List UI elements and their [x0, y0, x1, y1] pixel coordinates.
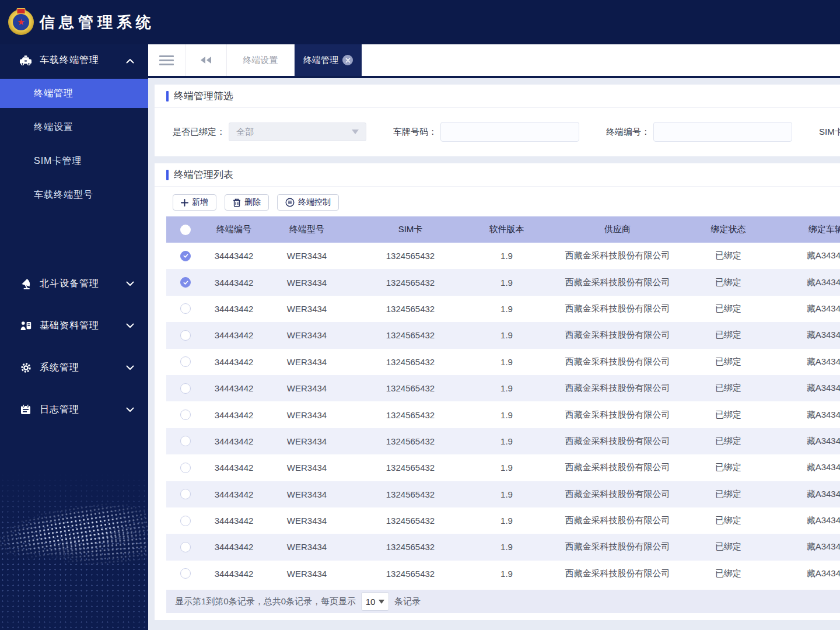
- table-cell: 西藏金采科技股份有限公司: [543, 454, 692, 481]
- table-cell: 34443442: [205, 454, 263, 481]
- tab-terminal-management[interactable]: 终端管理: [295, 44, 362, 76]
- table-cell: 西藏金采科技股份有限公司: [543, 401, 692, 428]
- sidebar-group-system-management[interactable]: 系统管理: [0, 346, 148, 388]
- list-panel-header: 终端管理列表: [155, 163, 840, 187]
- sidebar-group-label: 北斗设备管理: [40, 278, 118, 290]
- sidebar-item-label: 车载终端型号: [34, 189, 93, 201]
- table-row: 34443442WER343413245654321.9西藏金采科技股份有限公司…: [166, 454, 840, 481]
- table-cell: 1324565432: [351, 481, 470, 508]
- table-cell: 1.9: [470, 243, 543, 269]
- row-checkbox[interactable]: [180, 489, 191, 499]
- filter-group-terminal-number: 终端编号：: [606, 122, 792, 142]
- sidebar-group-beidou-devices[interactable]: 北斗设备管理: [0, 262, 148, 304]
- table-cell: WER3434: [263, 375, 351, 401]
- add-button[interactable]: 新增: [173, 194, 216, 211]
- table-cell: 1.9: [470, 561, 543, 587]
- row-checkbox[interactable]: [180, 303, 191, 314]
- terminal-control-button[interactable]: 终端控制: [277, 194, 339, 211]
- row-checkbox[interactable]: [180, 410, 191, 420]
- table-cell: 藏A34343: [765, 428, 840, 454]
- row-checkbox[interactable]: [180, 356, 191, 367]
- table-cell: 藏A34343: [765, 508, 840, 534]
- table-cell: 1.9: [470, 481, 543, 508]
- table-cell: 1324565432: [351, 322, 470, 348]
- filter-label: 终端编号：: [606, 127, 650, 138]
- rewind-icon: [200, 56, 212, 64]
- chevron-up-icon: [126, 55, 134, 66]
- table-cell: 1324565432: [351, 269, 470, 295]
- close-tab-button[interactable]: [342, 55, 353, 65]
- table-cell: WER3434: [263, 454, 351, 481]
- table-cell: WER3434: [263, 243, 351, 269]
- sidebar-item-terminal-management[interactable]: 终端管理: [0, 79, 148, 108]
- table-row: 34443442WER343413245654321.9西藏金采科技股份有限公司…: [166, 243, 840, 269]
- table-row: 34443442WER343413245654321.9西藏金采科技股份有限公司…: [166, 296, 840, 322]
- caret-down-icon: [352, 130, 359, 134]
- row-checkbox[interactable]: [180, 330, 191, 341]
- row-checkbox[interactable]: [180, 436, 191, 446]
- table-row: 34443442WER343413245654321.9西藏金采科技股份有限公司…: [166, 375, 840, 401]
- row-checkbox-checked[interactable]: [180, 277, 191, 288]
- plate-number-input[interactable]: [440, 122, 579, 142]
- table-cell: WER3434: [263, 534, 351, 560]
- delete-button[interactable]: 删除: [225, 194, 269, 211]
- police-car-icon: [19, 55, 32, 65]
- table-row: 34443442WER343413245654321.9西藏金采科技股份有限公司…: [166, 322, 840, 348]
- row-checkbox[interactable]: [180, 516, 191, 526]
- table-cell: 已绑定: [692, 375, 765, 401]
- table-row: 34443442WER343413245654321.9西藏金采科技股份有限公司…: [166, 481, 840, 508]
- table-cell: 已绑定: [692, 534, 765, 560]
- app-header: ★ 信息管理系统: [0, 0, 840, 44]
- table-cell: 34443442: [205, 296, 263, 322]
- sidebar-group-log-management[interactable]: 日志管理: [0, 388, 148, 430]
- page-size-select[interactable]: 10: [361, 592, 389, 611]
- sidebar-item-terminal-settings[interactable]: 终端设置: [0, 110, 148, 144]
- column-header: 终端编号: [205, 216, 263, 243]
- sidebar-item-sim-card-management[interactable]: SIM卡管理: [0, 144, 148, 178]
- row-checkbox[interactable]: [180, 542, 191, 552]
- sidebar-item-vehicle-terminal-model[interactable]: 车载终端型号: [0, 178, 148, 212]
- badge-star-icon: ★: [17, 18, 24, 26]
- sidebar-group-basic-data[interactable]: 基础资料管理: [0, 304, 148, 346]
- table-cell: 34443442: [205, 349, 263, 375]
- filter-fields-row: 是否已绑定： 全部 车牌号码： 终端编号： SIM卡: [155, 108, 840, 156]
- terminal-number-input[interactable]: [653, 122, 792, 142]
- title-accent-bar: [166, 91, 169, 102]
- tab-terminal-settings[interactable]: 终端设置: [227, 44, 295, 76]
- button-label: 终端控制: [298, 197, 331, 208]
- table-cell: 已绑定: [692, 349, 765, 375]
- table-cell: 1.9: [470, 349, 543, 375]
- hamburger-menu-button[interactable]: [148, 44, 186, 76]
- bound-status-select[interactable]: 全部: [229, 123, 366, 141]
- table-cell: 藏A34343: [765, 454, 840, 481]
- row-checkbox[interactable]: [180, 383, 191, 394]
- button-label: 删除: [244, 197, 261, 208]
- row-checkbox[interactable]: [180, 568, 191, 579]
- select-all-checkbox[interactable]: [180, 225, 191, 235]
- table-cell: 已绑定: [692, 561, 765, 587]
- gear-icon: [19, 362, 32, 373]
- table-cell: 1.9: [470, 296, 543, 322]
- table-cell: 西藏金采科技股份有限公司: [543, 534, 692, 560]
- filter-panel-title: 终端管理筛选: [174, 89, 233, 103]
- list-panel: 终端管理列表 新增 删除 终端控制: [155, 163, 840, 620]
- caret-down-icon: [379, 600, 384, 604]
- table-cell: 1.9: [470, 375, 543, 401]
- table-cell: 34443442: [205, 534, 263, 560]
- sidebar-item-label: 终端设置: [34, 121, 74, 134]
- row-checkbox[interactable]: [180, 463, 191, 473]
- table-cell: 34443442: [205, 375, 263, 401]
- table-cell: 已绑定: [692, 296, 765, 322]
- hamburger-icon: [159, 55, 174, 65]
- table-cell: 西藏金采科技股份有限公司: [543, 243, 692, 269]
- sidebar-group-label: 日志管理: [40, 404, 118, 416]
- filter-panel: 终端管理筛选 是否已绑定： 全部 车牌号码： 终端编号： SIM卡: [155, 85, 840, 156]
- sidebar-group-vehicle-terminal[interactable]: 车载终端管理: [0, 44, 148, 76]
- page-size-value: 10: [366, 597, 376, 607]
- table-cell: 西藏金采科技股份有限公司: [543, 322, 692, 348]
- filter-group-bound-status: 是否已绑定： 全部: [173, 123, 366, 141]
- filter-group-plate-number: 车牌号码：: [393, 122, 579, 142]
- rewind-tabs-button[interactable]: [186, 44, 227, 76]
- row-checkbox-checked[interactable]: [180, 251, 191, 261]
- table-body: 34443442WER343413245654321.9西藏金采科技股份有限公司…: [166, 243, 840, 587]
